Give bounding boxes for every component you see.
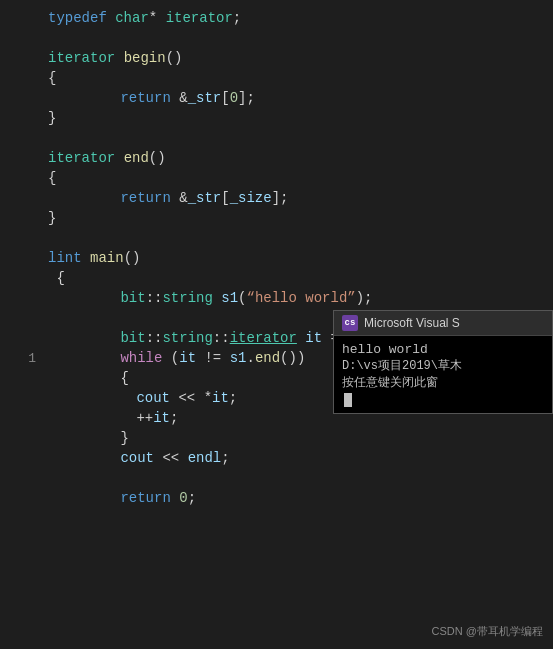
operator-ptr: * bbox=[149, 10, 166, 26]
code-line-1: typedef char* iterator; bbox=[0, 10, 553, 30]
type-char: char bbox=[115, 10, 149, 26]
code-line-22: } bbox=[0, 430, 553, 450]
code-line-15: bit::string s1(“hello world”); bbox=[0, 290, 553, 310]
keyword-typedef: typedef bbox=[48, 10, 115, 26]
console-cursor bbox=[344, 393, 352, 407]
console-title-text: Microsoft Visual S bbox=[364, 316, 460, 330]
console-window: cs Microsoft Visual S hello world D:\vs项… bbox=[333, 310, 553, 414]
type-iterator: iterator bbox=[166, 10, 233, 26]
code-line-23: cout << endl; bbox=[0, 450, 553, 470]
console-cursor-line bbox=[342, 393, 544, 407]
console-app-icon: cs bbox=[342, 315, 358, 331]
code-line-8: iterator end() bbox=[0, 150, 553, 170]
code-line-3: iterator begin() bbox=[0, 50, 553, 70]
code-line-7 bbox=[0, 130, 553, 150]
code-line-10: return &_str[_size]; bbox=[0, 190, 553, 210]
console-title-bar: cs Microsoft Visual S bbox=[334, 311, 552, 336]
console-output-line2: D:\vs项目2019\草木 bbox=[342, 357, 544, 374]
code-line-4: { bbox=[0, 70, 553, 90]
console-output-line3: 按任意键关闭此窗 bbox=[342, 374, 544, 391]
code-line-5: return &_str[0]; bbox=[0, 90, 553, 110]
code-editor: typedef char* iterator; iterator begin()… bbox=[0, 0, 553, 649]
code-line-13: lint main() bbox=[0, 250, 553, 270]
code-line-24 bbox=[0, 470, 553, 490]
code-line-6: } bbox=[0, 110, 553, 130]
console-output-line1: hello world bbox=[342, 342, 544, 357]
code-line-2 bbox=[0, 30, 553, 50]
code-line-14: { bbox=[0, 270, 553, 290]
code-line-9: { bbox=[0, 170, 553, 190]
code-line-25: return 0; bbox=[0, 490, 553, 510]
code-line-12 bbox=[0, 230, 553, 250]
console-body: hello world D:\vs项目2019\草木 按任意键关闭此窗 bbox=[334, 336, 552, 413]
watermark: CSDN @带耳机学编程 bbox=[432, 624, 543, 639]
code-line-11: } bbox=[0, 210, 553, 230]
